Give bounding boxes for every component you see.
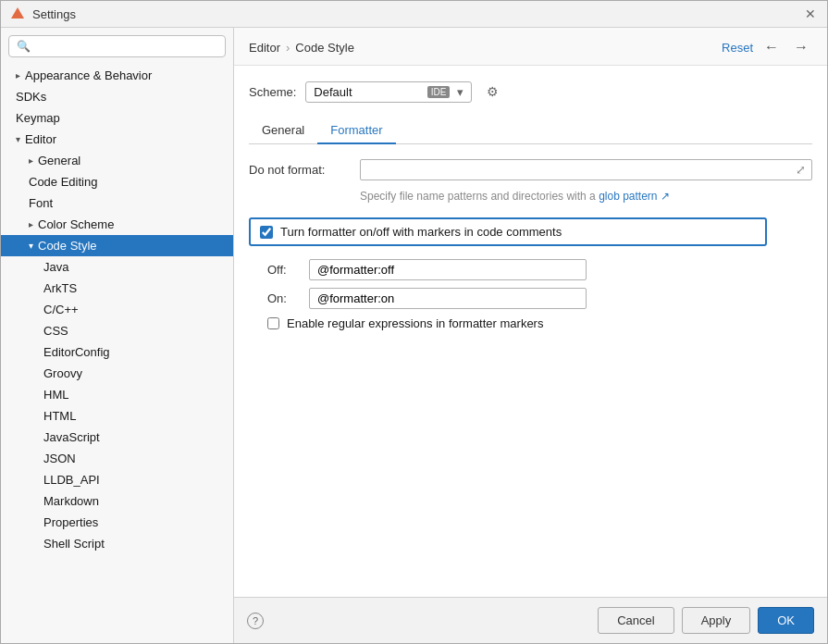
sidebar-item-css[interactable]: CSS: [1, 320, 233, 341]
sidebar-item-groovy[interactable]: Groovy: [1, 363, 233, 384]
formatter-toggle-label[interactable]: Turn formatter on/off with markers in co…: [280, 225, 562, 239]
sidebar-label-css: CSS: [43, 324, 68, 338]
footer: ? Cancel Apply OK: [234, 597, 827, 643]
sidebar-item-lldb-api[interactable]: LLDB_API: [1, 469, 233, 490]
search-box[interactable]: [8, 35, 226, 57]
help-button[interactable]: ?: [247, 613, 264, 629]
tabs: General Formatter: [249, 118, 812, 144]
on-row: On:: [267, 288, 812, 309]
cancel-button[interactable]: Cancel: [598, 607, 674, 634]
sidebar-item-hml[interactable]: HML: [1, 384, 233, 405]
expand-icon[interactable]: ⤢: [796, 163, 806, 177]
sidebar-item-shell-script[interactable]: Shell Script: [1, 533, 233, 554]
sidebar-item-code-editing[interactable]: Code Editing: [1, 171, 233, 192]
forward-button[interactable]: →: [790, 37, 812, 57]
sidebar-item-code-style[interactable]: ▾Code Style: [1, 235, 233, 256]
off-label: Off:: [267, 263, 309, 277]
do-not-format-label: Do not format:: [249, 163, 360, 177]
do-not-format-input[interactable]: ⤢: [360, 159, 812, 180]
scheme-badge: IDE: [427, 86, 451, 98]
off-input[interactable]: [309, 259, 587, 280]
breadcrumb-parent: Editor: [249, 41, 280, 55]
sidebar: ▸Appearance & BehaviorSDKsKeymap▾Editor▸…: [1, 28, 234, 643]
sidebar-label-javascript: JavaScript: [43, 430, 100, 444]
header-actions: Reset ← →: [722, 37, 812, 57]
reset-button[interactable]: Reset: [722, 41, 753, 55]
arrow-icon: ▸: [29, 219, 33, 229]
arrow-icon: ▾: [16, 134, 20, 144]
sidebar-item-keymap[interactable]: Keymap: [1, 107, 233, 129]
sidebar-item-color-scheme[interactable]: ▸Color Scheme: [1, 214, 233, 235]
do-not-format-field[interactable]: [366, 163, 796, 177]
sidebar-label-java: Java: [43, 260, 68, 274]
sidebar-label-html: HTML: [43, 409, 76, 423]
sidebar-item-arkts[interactable]: ArkTS: [1, 278, 233, 299]
arrow-icon: ▸: [29, 155, 33, 166]
scheme-gear-button[interactable]: ⚙: [481, 80, 503, 103]
sidebar-label-shell-script: Shell Script: [43, 537, 105, 551]
formatter-toggle-section: Turn formatter on/off with markers in co…: [249, 217, 767, 246]
scheme-dropdown[interactable]: Default IDE ▾: [305, 81, 472, 103]
sidebar-item-java[interactable]: Java: [1, 256, 233, 278]
formatter-toggle-checkbox[interactable]: [260, 226, 273, 239]
breadcrumb: Editor › Code Style: [249, 41, 354, 55]
sidebar-item-json[interactable]: JSON: [1, 448, 233, 469]
sidebar-item-javascript[interactable]: JavaScript: [1, 427, 233, 448]
sidebar-item-sdks[interactable]: SDKs: [1, 86, 233, 107]
on-label: On:: [267, 291, 309, 305]
sidebar-item-font[interactable]: Font: [1, 192, 233, 214]
sidebar-label-sdks: SDKs: [16, 90, 46, 104]
on-input[interactable]: [309, 288, 587, 309]
scheme-value: Default: [314, 85, 421, 99]
tab-general[interactable]: General: [249, 118, 317, 144]
scheme-label: Scheme:: [249, 85, 296, 99]
titlebar: Settings ✕: [1, 1, 827, 28]
sidebar-label-json: JSON: [43, 452, 76, 465]
breadcrumb-separator: ›: [286, 41, 290, 55]
tab-formatter[interactable]: Formatter: [317, 118, 395, 144]
sidebar-item-appearance[interactable]: ▸Appearance & Behavior: [1, 65, 233, 86]
close-button[interactable]: ✕: [803, 6, 818, 21]
search-input[interactable]: [8, 35, 226, 57]
sidebar-item-properties[interactable]: Properties: [1, 512, 233, 533]
apply-button[interactable]: Apply: [682, 607, 751, 634]
do-not-format-row: Do not format: ⤢: [249, 159, 812, 180]
sidebar-label-appearance: Appearance & Behavior: [25, 68, 152, 82]
sidebar-label-keymap: Keymap: [16, 111, 60, 125]
ok-button[interactable]: OK: [758, 607, 814, 634]
back-button[interactable]: ←: [760, 37, 783, 57]
main-content: Editor › Code Style Reset ← → Scheme: De…: [234, 28, 827, 643]
sidebar-label-code-style: Code Style: [38, 239, 97, 253]
sidebar-label-hml: HML: [43, 388, 68, 402]
content-body: Scheme: Default IDE ▾ ⚙ General Formatte…: [234, 66, 827, 597]
glob-pattern-link[interactable]: glob pattern ↗: [599, 190, 670, 203]
sidebar-label-arkts: ArkTS: [43, 281, 77, 295]
sidebar-item-editorconfig[interactable]: EditorConfig: [1, 341, 233, 363]
sidebar-item-editor[interactable]: ▾Editor: [1, 129, 233, 150]
window-title: Settings: [32, 7, 803, 21]
sidebar-label-code-editing: Code Editing: [29, 175, 97, 189]
sidebar-label-markdown: Markdown: [43, 494, 99, 508]
regex-row: Enable regular expressions in formatter …: [267, 316, 812, 330]
sidebar-label-font: Font: [29, 196, 53, 210]
scheme-arrow-icon: ▾: [457, 85, 463, 99]
sidebar-item-general[interactable]: ▸General: [1, 150, 233, 171]
sidebar-label-general: General: [38, 154, 80, 167]
app-icon: [10, 6, 25, 21]
hint-row: Specify file name patterns and directori…: [249, 190, 812, 203]
formatter-markers: Off: On: Enable regular expressions in f…: [267, 259, 812, 330]
regex-checkbox[interactable]: [267, 317, 279, 329]
scheme-row: Scheme: Default IDE ▾ ⚙: [249, 80, 812, 103]
content-header: Editor › Code Style Reset ← →: [234, 28, 827, 66]
arrow-icon: ▸: [16, 70, 20, 80]
svg-marker-0: [11, 7, 24, 19]
regex-label[interactable]: Enable regular expressions in formatter …: [287, 316, 543, 330]
sidebar-label-editor: Editor: [25, 132, 56, 146]
sidebar-item-cpp[interactable]: C/C++: [1, 299, 233, 320]
formatter-panel: Do not format: ⤢ Specify file name patte…: [249, 159, 812, 330]
sidebar-label-properties: Properties: [43, 515, 98, 529]
sidebar-item-markdown[interactable]: Markdown: [1, 490, 233, 512]
sidebar-item-html[interactable]: HTML: [1, 405, 233, 427]
sidebar-label-cpp: C/C++: [43, 303, 79, 316]
sidebar-label-lldb-api: LLDB_API: [43, 473, 100, 487]
